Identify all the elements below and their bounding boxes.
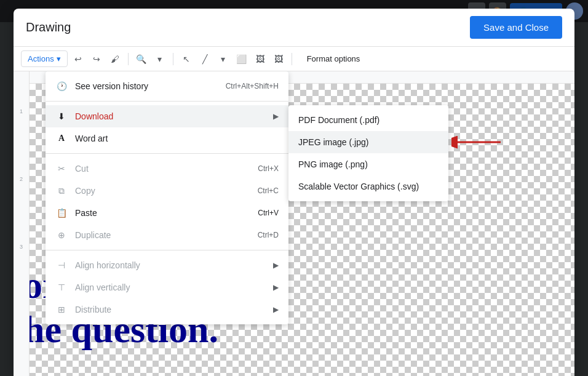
cut-label: Cut <box>75 164 250 174</box>
word-art-label: Word art <box>75 134 279 143</box>
toolbar-separator-1 <box>128 53 129 65</box>
download-arrow-icon: ▶ <box>273 112 279 121</box>
paint-format-button[interactable]: 🖌 <box>107 51 123 67</box>
distribute-icon: ⊞ <box>55 303 68 316</box>
modal-header: Drawing Save and Close <box>14 9 574 47</box>
select-tool[interactable]: ↖ <box>178 51 194 67</box>
menu-item-download[interactable]: ⬇ Download ▶ PDF Document (.pdf) JPEG im… <box>46 105 288 127</box>
version-history-icon: 🕐 <box>55 80 68 92</box>
menu-item-word-art[interactable]: A Word art <box>46 127 288 150</box>
toolbar-separator-2 <box>173 53 173 65</box>
align-h-label: Align horizontally <box>75 260 263 270</box>
line-tool[interactable]: ╱ <box>197 51 213 67</box>
format-options-button[interactable]: Format options <box>302 51 365 66</box>
save-close-button[interactable]: Save and Close <box>470 16 562 39</box>
menu-item-distribute[interactable]: ⊞ Distribute ▶ <box>46 298 288 321</box>
menu-item-duplicate[interactable]: ⊕ Duplicate Ctrl+D <box>46 224 288 246</box>
menu-separator-1 <box>46 101 288 102</box>
shape-tool[interactable]: ⬜ <box>234 51 250 67</box>
paste-shortcut: Ctrl+V <box>258 209 279 217</box>
actions-dropdown-menu: 🕐 See version history Ctrl+Alt+Shift+H ⬇… <box>46 71 288 324</box>
version-history-label: See version history <box>75 81 218 91</box>
align-v-icon: ⊤ <box>55 281 68 294</box>
png-label: PNG image (.png) <box>298 159 368 169</box>
ruler-left: 1 2 3 <box>14 71 30 376</box>
undo-button[interactable]: ↩ <box>70 51 86 67</box>
drawing-modal: Drawing Save and Close Actions ▾ ↩ ↪ 🖌 🔍… <box>14 9 574 376</box>
svg-label: Scalable Vector Graphics (.svg) <box>298 182 419 191</box>
distribute-arrow-icon: ▶ <box>273 305 279 314</box>
submenu-item-svg[interactable]: Scalable Vector Graphics (.svg) <box>288 175 448 198</box>
submenu-item-png[interactable]: PNG image (.png) <box>288 153 448 175</box>
toolbar-separator-3 <box>292 53 292 65</box>
download-submenu: PDF Document (.pdf) JPEG image (.jpg) <box>288 105 448 201</box>
menu-separator-3 <box>46 250 288 250</box>
submenu-item-pdf[interactable]: PDF Document (.pdf) <box>288 109 448 131</box>
menu-item-version-history[interactable]: 🕐 See version history Ctrl+Alt+Shift+H <box>46 75 288 97</box>
word-art-icon: A <box>55 132 68 145</box>
modal-title: Drawing <box>26 20 71 34</box>
actions-chevron-icon: ▾ <box>57 54 61 63</box>
align-v-arrow-icon: ▶ <box>273 283 279 292</box>
version-history-shortcut: Ctrl+Alt+Shift+H <box>226 82 279 90</box>
duplicate-shortcut: Ctrl+D <box>258 231 279 239</box>
duplicate-icon: ⊕ <box>55 229 68 241</box>
red-arrow-icon <box>451 133 501 151</box>
align-v-label: Align vertically <box>75 282 263 292</box>
zoom-chevron[interactable]: ▾ <box>152 51 168 67</box>
main-content: 1 2 3 4 5 6 7 or not to be, he question. <box>14 71 574 376</box>
download-label: Download <box>75 111 263 121</box>
image-tool[interactable]: 🖼 <box>271 51 287 67</box>
align-h-icon: ⊣ <box>55 259 68 271</box>
actions-button[interactable]: Actions ▾ <box>21 50 68 67</box>
menu-item-align-v[interactable]: ⊤ Align vertically ▶ <box>46 276 288 298</box>
zoom-button[interactable]: 🔍 <box>133 51 149 67</box>
copy-icon: ⧉ <box>55 185 68 197</box>
menu-item-cut[interactable]: ✂ Cut Ctrl+X <box>46 158 288 180</box>
menu-item-copy[interactable]: ⧉ Copy Ctrl+C <box>46 180 288 202</box>
paste-label: Paste <box>75 208 250 218</box>
submenu-item-jpeg[interactable]: JPEG image (.jpg) <box>288 131 448 153</box>
canvas-area: 4 5 6 7 or not to be, he question. 🕐 See… <box>30 71 574 376</box>
line-chevron[interactable]: ▾ <box>215 51 231 67</box>
duplicate-label: Duplicate <box>75 230 250 240</box>
toolbar: Actions ▾ ↩ ↪ 🖌 🔍 ▾ ↖ ╱ ▾ ⬜ 🖼 🖼 Format o… <box>14 47 574 71</box>
redo-button[interactable]: ↪ <box>89 51 105 67</box>
menu-separator-2 <box>46 153 288 154</box>
text-tool[interactable]: 🖼 <box>252 51 268 67</box>
menu-item-align-h[interactable]: ⊣ Align horizontally ▶ <box>46 254 288 276</box>
pdf-label: PDF Document (.pdf) <box>298 115 379 125</box>
download-icon: ⬇ <box>55 110 68 122</box>
align-h-arrow-icon: ▶ <box>273 261 279 270</box>
distribute-label: Distribute <box>75 305 263 314</box>
copy-label: Copy <box>75 186 250 196</box>
paste-icon: 📋 <box>55 207 68 219</box>
cut-shortcut: Ctrl+X <box>258 164 279 173</box>
copy-shortcut: Ctrl+C <box>258 186 279 195</box>
cut-icon: ✂ <box>55 162 68 175</box>
jpeg-label: JPEG image (.jpg) <box>298 137 368 147</box>
menu-item-paste[interactable]: 📋 Paste Ctrl+V <box>46 202 288 224</box>
